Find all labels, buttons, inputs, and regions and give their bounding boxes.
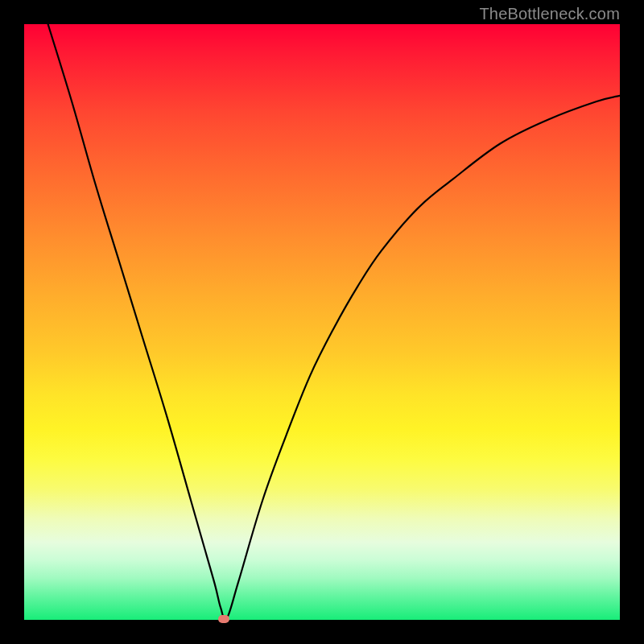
watermark-text: TheBottleneck.com xyxy=(479,5,620,23)
bottleneck-curve xyxy=(24,24,620,620)
plot-area xyxy=(24,24,620,620)
chart-container: TheBottleneck.com xyxy=(0,0,644,644)
minimum-marker xyxy=(218,615,229,623)
